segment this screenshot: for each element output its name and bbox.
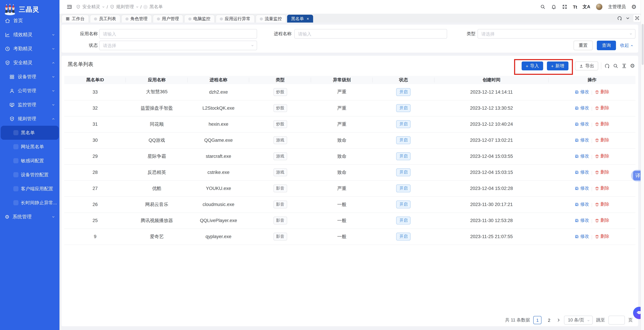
sidebar-item-client-app[interactable]: 客户端应用配置 <box>0 182 60 196</box>
add-button[interactable]: +新增 <box>547 61 568 70</box>
shield-check-icon <box>9 116 15 121</box>
font-size-icon[interactable]: Tt <box>573 4 577 9</box>
tab-traffic-monitor[interactable]: 流量监控 <box>256 15 286 22</box>
delete-button[interactable]: 删除 <box>595 217 609 224</box>
chevron-down-icon[interactable] <box>626 16 630 20</box>
user-name[interactable]: 主管理员 <box>608 4 626 10</box>
export-button[interactable]: 导出 <box>575 61 598 70</box>
page-favicon-placeholder <box>144 4 148 9</box>
reset-button[interactable]: 重置 <box>574 41 593 50</box>
sidebar-item-home[interactable]: 首页 <box>0 14 60 28</box>
trash-icon <box>595 234 600 239</box>
status-tag: 开启 <box>396 168 411 176</box>
chevron-down-icon <box>251 44 254 47</box>
app-title: 三晶灵 <box>19 5 39 14</box>
breadcrumb-level2[interactable]: 规则管理 <box>116 4 134 10</box>
translate-icon[interactable]: 文A <box>583 4 590 10</box>
edit-button[interactable]: 修改 <box>575 105 589 111</box>
main-content: 应用名称 进程名称 类型 状态 重置 查询 收起 <box>60 22 644 330</box>
row-height-icon[interactable] <box>622 63 627 69</box>
page-size-select[interactable]: 10 条/页 <box>564 316 593 325</box>
delete-button[interactable]: 删除 <box>595 234 609 240</box>
tab-employee-list[interactable]: 员工列表 <box>90 15 120 22</box>
edit-button[interactable]: 修改 <box>575 121 589 127</box>
page-button-1[interactable]: 1 <box>534 316 542 324</box>
collapse-link[interactable]: 收起 <box>620 42 634 48</box>
tab-app-exception[interactable]: 应用运行异常 <box>216 15 254 22</box>
column-settings-gear-icon[interactable]: ⚙ <box>630 63 635 69</box>
search-button[interactable]: 查询 <box>597 41 616 50</box>
fullscreen-icon[interactable] <box>562 4 568 9</box>
edit-button[interactable]: 修改 <box>575 153 589 159</box>
delete-button[interactable]: 删除 <box>595 153 609 159</box>
chevron-down-icon <box>629 32 632 35</box>
avatar[interactable] <box>596 3 603 10</box>
jump-suffix-label: 页 <box>628 317 633 323</box>
edit-button[interactable]: 修改 <box>575 169 589 175</box>
refresh-icon[interactable] <box>604 63 610 69</box>
search-icon[interactable] <box>540 4 546 9</box>
close-tab-icon[interactable]: × <box>306 16 309 21</box>
menu-fold-icon[interactable] <box>66 4 72 10</box>
blacklist-panel: 黑名单列表 +导入 +新增 导出 ⚙ <box>62 56 638 326</box>
scrollbar-track[interactable] <box>640 0 644 330</box>
refresh-icon[interactable] <box>617 15 622 21</box>
col-id: 黑名单ID <box>64 76 126 84</box>
sidebar-item-attendance[interactable]: 考勤精灵 <box>0 42 60 56</box>
sidebar-item-long-idle[interactable]: 长时间静止异常... <box>0 196 60 210</box>
edit-button[interactable]: 修改 <box>575 185 589 191</box>
col-time: 创建时间 <box>434 76 548 84</box>
delete-button[interactable]: 删除 <box>595 169 609 175</box>
sidebar-item-sensitive-words[interactable]: 敏感词配置 <box>0 154 60 168</box>
import-button[interactable]: +导入 <box>522 61 543 70</box>
page-button-2[interactable]: 2 <box>545 316 553 324</box>
tab-workbench[interactable]: 工作台 <box>62 15 89 22</box>
search-icon[interactable] <box>613 63 618 69</box>
sidebar-item-monitor-mgmt[interactable]: 监控管理 <box>0 98 60 112</box>
edit-button[interactable]: 修改 <box>575 201 589 208</box>
app-name-input[interactable] <box>99 29 257 39</box>
chevron-up-icon <box>52 117 55 120</box>
delete-button[interactable]: 删除 <box>595 89 609 95</box>
shield-check-icon <box>5 60 10 65</box>
shield-icon <box>110 4 114 9</box>
delete-button[interactable]: 删除 <box>595 137 609 143</box>
edit-button[interactable]: 修改 <box>575 137 589 143</box>
bell-icon[interactable] <box>551 4 556 9</box>
delete-button[interactable]: 删除 <box>595 105 609 111</box>
status-select[interactable] <box>99 41 257 50</box>
next-page-icon[interactable] <box>557 318 561 322</box>
tab-computer-monitor[interactable]: 电脑监控 <box>184 15 214 22</box>
sidebar-item-security[interactable]: 安全精灵 <box>0 56 60 70</box>
edit-button[interactable]: 修改 <box>575 217 589 224</box>
breadcrumb-level1[interactable]: 安全精灵 <box>82 4 100 10</box>
jump-page-input[interactable] <box>608 316 625 325</box>
edit-button[interactable]: 修改 <box>575 234 589 240</box>
col-actions: 操作 <box>549 76 636 84</box>
edit-button[interactable]: 修改 <box>575 89 589 95</box>
process-name-input[interactable] <box>294 29 447 39</box>
type-label: 类型 <box>446 29 476 39</box>
delete-button[interactable]: 删除 <box>595 185 609 191</box>
top-header: 安全精灵 / 规则管理 / 黑名单 Tt 文A 主管理员 ⚙ <box>60 0 644 14</box>
sidebar-item-rule-mgmt[interactable]: 规则管理 <box>0 112 60 126</box>
tab-user-mgmt[interactable]: 用户管理 <box>153 15 183 22</box>
download-icon <box>579 64 584 68</box>
maximize-button[interactable] <box>634 14 640 22</box>
edit-icon <box>575 170 579 175</box>
sidebar-item-device-control[interactable]: 设备管控配置 <box>0 168 60 182</box>
sidebar-item-device-mgmt[interactable]: 设备管理 <box>0 70 60 84</box>
tab-role-mgmt[interactable]: 角色管理 <box>121 15 152 22</box>
chevron-down-icon <box>52 103 55 106</box>
delete-button[interactable]: 删除 <box>595 121 609 127</box>
tab-blacklist[interactable]: 黑名单 × <box>287 15 313 22</box>
delete-button[interactable]: 删除 <box>595 201 609 208</box>
scrollbar-thumb[interactable] <box>642 24 644 65</box>
sidebar-item-blacklist[interactable]: 黑名单 <box>1 126 59 140</box>
type-select[interactable] <box>478 29 636 39</box>
sidebar-item-performance[interactable]: 绩效精灵 <box>0 28 60 42</box>
sidebar-item-url-blacklist[interactable]: 网址黑名单 <box>0 140 60 154</box>
sidebar-item-company-mgmt[interactable]: 公司管理 <box>0 84 60 98</box>
sidebar-item-system-mgmt[interactable]: ⚙ 系统管理 <box>0 210 60 224</box>
settings-gear-icon[interactable]: ⚙ <box>631 4 637 10</box>
